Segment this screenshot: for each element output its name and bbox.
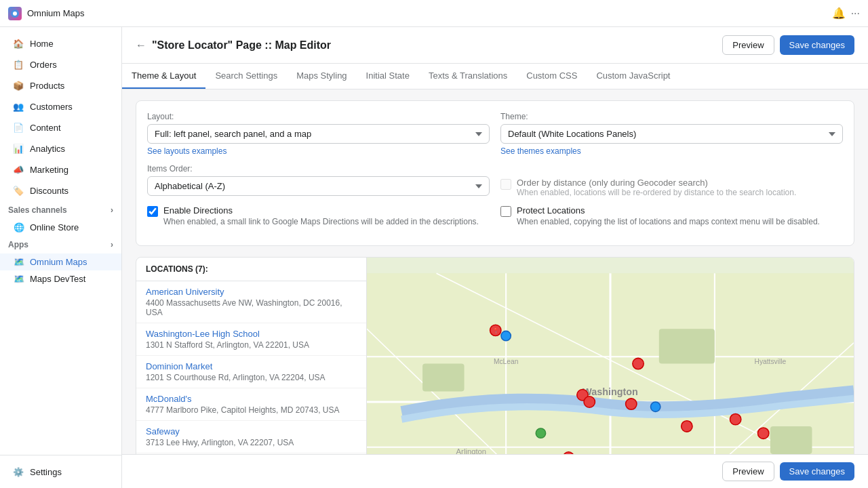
enable-directions-label: Enable Directions (163, 205, 479, 216)
tab-search-settings[interactable]: Search Settings (205, 64, 287, 89)
order-by-distance-group: Order by distance (only during Geocoder … (500, 164, 843, 197)
protect-locations-desc: When enabled, copying the list of locati… (517, 217, 820, 226)
sidebar-item-orders[interactable]: 📋 Orders (4, 54, 117, 75)
list-item[interactable]: Washington-Lee High School 1301 N Staffo… (136, 323, 366, 356)
bottom-save-button[interactable]: Save changes (780, 462, 854, 481)
tab-custom-js[interactable]: Custom JavaScript (587, 64, 679, 89)
sales-channels-header[interactable]: Sales channels › (0, 201, 121, 219)
save-button[interactable]: Save changes (780, 35, 854, 55)
app-logo (8, 7, 22, 20)
customers-icon: 👥 (12, 100, 24, 113)
list-item[interactable]: Dominion Market 1201 S Courthouse Rd, Ar… (136, 356, 366, 388)
bottom-preview-button[interactable]: Preview (722, 462, 774, 481)
items-order-group: Items Order: Alphabetical (A-Z) (147, 164, 490, 196)
map-container: Washington Arlington McLean Hyattsville … (367, 258, 854, 454)
sidebar-item-products[interactable]: 📦 Products (4, 75, 117, 96)
protect-locations-item: Protect Locations When enabled, copying … (500, 205, 843, 226)
items-order-label: Items Order: (147, 164, 490, 174)
omnium-maps-icon: 🗺️ (14, 257, 24, 267)
sidebar-item-online-store[interactable]: 🌐 Online Store (0, 219, 121, 236)
svg-point-23 (633, 358, 644, 369)
location-addr-4: 3713 Lee Hwy, Arlington, VA 22207, USA (146, 438, 357, 447)
preview-button[interactable]: Preview (722, 35, 774, 55)
settings-icon: ⚙️ (12, 466, 24, 478)
sidebar-item-discounts-label: Discounts (30, 186, 68, 196)
svg-point-26 (626, 399, 637, 409)
tab-texts-translations[interactable]: Texts & Translations (419, 64, 517, 89)
see-themes-link[interactable]: See themes examples (500, 146, 581, 156)
list-item[interactable]: McDonald's 4777 Marlboro Pike, Capitol H… (136, 388, 366, 421)
bottom-action-bar: Preview Save changes (122, 454, 868, 488)
enable-directions-checkbox[interactable] (147, 206, 158, 217)
sidebar-item-marketing-label: Marketing (30, 165, 68, 175)
maps-devtest-label: Maps DevTest (30, 274, 85, 284)
sidebar-item-home[interactable]: 🏠 Home (4, 33, 117, 54)
location-name-2[interactable]: Dominion Market (146, 361, 212, 371)
svg-point-25 (584, 396, 595, 407)
sidebar-item-content[interactable]: 📄 Content (4, 117, 117, 138)
list-item[interactable]: Safeway 3713 Lee Hwy, Arlington, VA 2220… (136, 421, 366, 453)
page-header-left: ← "Store Locator" Page :: Map Editor (136, 39, 331, 52)
checkboxes-row: Enable Directions When enabled, a small … (147, 205, 843, 226)
items-order-select[interactable]: Alphabetical (A-Z) (147, 176, 490, 196)
omnium-maps-label: Omnium Maps (30, 257, 87, 267)
svg-point-1 (13, 12, 17, 16)
sidebar-item-maps-devtest[interactable]: 🗺️ Maps DevTest (0, 270, 121, 287)
content-area: Layout: Full: left panel, search panel, … (122, 89, 868, 454)
topbar-right: 🔔 ··· (832, 7, 860, 20)
location-name-4[interactable]: Safeway (146, 426, 180, 436)
sidebar-item-orders-label: Orders (30, 60, 57, 70)
tab-custom-css[interactable]: Custom CSS (517, 64, 587, 89)
sidebar-item-home-label: Home (30, 39, 54, 49)
tab-initial-state[interactable]: Initial State (357, 64, 419, 89)
locations-map-container: LOCATIONS (7): American University 4400 … (136, 257, 854, 454)
order-by-distance-checkbox[interactable] (500, 179, 511, 190)
layout-select[interactable]: Full: left panel, search panel, and a ma… (147, 124, 490, 144)
svg-point-22 (501, 331, 511, 340)
sales-channels-arrow: › (111, 205, 113, 215)
protect-locations-checkbox[interactable] (500, 206, 511, 217)
see-layouts-link[interactable]: See layouts examples (147, 146, 226, 156)
analytics-icon: 📊 (12, 142, 24, 155)
settings-label: Settings (30, 467, 62, 477)
sidebar-item-settings[interactable]: ⚙️ Settings (4, 462, 117, 482)
layout-theme-row: Layout: Full: left panel, search panel, … (147, 112, 843, 156)
page-header-right: Preview Save changes (722, 35, 854, 55)
sidebar-item-analytics-label: Analytics (30, 144, 65, 154)
map-background: Washington Arlington McLean Hyattsville … (367, 258, 854, 454)
svg-text:📍: 📍 (492, 327, 500, 335)
content-icon: 📄 (12, 121, 24, 134)
location-name-3[interactable]: McDonald's (146, 394, 192, 404)
locations-list: American University 4400 Massachusetts A… (136, 281, 366, 454)
location-addr-2: 1201 S Courthouse Rd, Arlington, VA 2220… (146, 373, 357, 382)
sidebar-nav: 🏠 Home 📋 Orders 📦 Products 👥 Customers 📄 (0, 27, 121, 455)
svg-rect-12 (422, 364, 465, 392)
sidebar-item-analytics[interactable]: 📊 Analytics (4, 138, 117, 159)
list-item[interactable]: American University 4400 Massachusetts A… (136, 281, 366, 323)
back-button[interactable]: ← (136, 39, 146, 52)
home-icon: 🏠 (12, 37, 24, 49)
location-addr-1: 1301 N Stafford St, Arlington, VA 22201,… (146, 340, 357, 350)
apps-header[interactable]: Apps › (0, 236, 121, 253)
layout-label: Layout: (147, 112, 490, 121)
topbar-left: Omnium Maps (8, 7, 85, 20)
theme-select[interactable]: Default (White Locations Panels) (500, 124, 843, 144)
sidebar-item-omnium-maps[interactable]: 🗺️ Omnium Maps (0, 253, 121, 270)
form-area: Layout: Full: left panel, search panel, … (136, 100, 854, 246)
svg-rect-13 (659, 329, 715, 363)
location-name-1[interactable]: Washington-Lee High School (146, 329, 260, 339)
tab-theme-layout[interactable]: Theme & Layout (122, 64, 205, 89)
location-name-0[interactable]: American University (146, 287, 224, 297)
tab-maps-styling[interactable]: Maps Styling (287, 64, 356, 89)
sidebar-item-marketing[interactable]: 📣 Marketing (4, 159, 117, 180)
marketing-icon: 📣 (12, 163, 24, 176)
order-by-distance-label: Order by distance (only during Geocoder … (517, 178, 796, 188)
sidebar-item-customers[interactable]: 👥 Customers (4, 96, 117, 117)
locations-panel: LOCATIONS (7): American University 4400 … (136, 258, 367, 454)
more-icon[interactable]: ··· (851, 7, 860, 20)
svg-point-28 (682, 421, 692, 432)
main-content: ← "Store Locator" Page :: Map Editor Pre… (122, 27, 868, 488)
notification-icon[interactable]: 🔔 (832, 7, 846, 20)
layout-group: Layout: Full: left panel, search panel, … (147, 112, 490, 156)
sidebar-item-discounts[interactable]: 🏷️ Discounts (4, 180, 117, 201)
